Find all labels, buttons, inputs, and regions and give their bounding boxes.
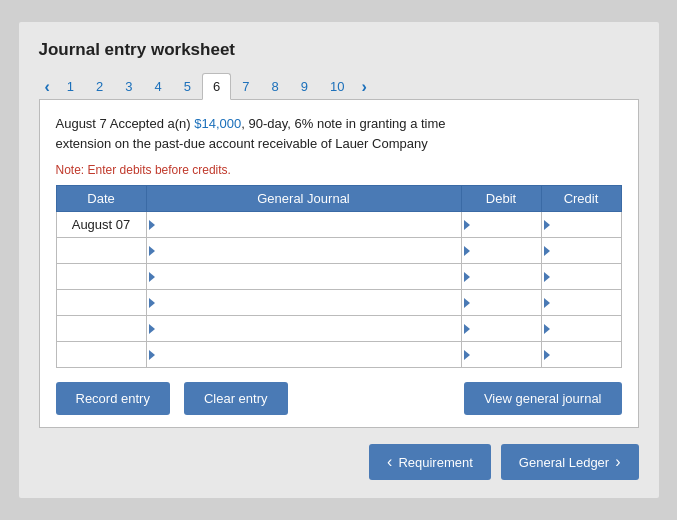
journal-table: Date General Journal Debit Credit August… (56, 185, 622, 368)
journal-input-4[interactable] (147, 290, 461, 315)
date-cell-4 (56, 290, 146, 316)
date-cell-1: August 07 (56, 212, 146, 238)
debit-input-2[interactable] (462, 238, 541, 263)
description-text: August 7 Accepted a(n) $14,000, 90-day, … (56, 114, 622, 153)
tab-3[interactable]: 3 (114, 73, 143, 100)
page-title: Journal entry worksheet (39, 40, 639, 60)
requirement-label: Requirement (398, 455, 472, 470)
general-ledger-label: General Ledger (519, 455, 609, 470)
journal-input-3[interactable] (147, 264, 461, 289)
journal-input-5[interactable] (147, 316, 461, 341)
journal-input-1[interactable] (147, 212, 461, 237)
date-cell-3 (56, 264, 146, 290)
credit-input-6[interactable] (542, 342, 621, 367)
header-credit: Credit (541, 186, 621, 212)
tab-5[interactable]: 5 (173, 73, 202, 100)
debit-input-6[interactable] (462, 342, 541, 367)
debit-cell-4[interactable] (461, 290, 541, 316)
action-buttons: Record entry Clear entry View general jo… (56, 382, 622, 415)
tab-8[interactable]: 8 (260, 73, 289, 100)
tab-6[interactable]: 6 (202, 73, 231, 100)
tab-7[interactable]: 7 (231, 73, 260, 100)
clear-entry-button[interactable]: Clear entry (184, 382, 288, 415)
credit-input-2[interactable] (542, 238, 621, 263)
note-text: Note: Enter debits before credits. (56, 163, 622, 177)
credit-input-4[interactable] (542, 290, 621, 315)
journal-cell-6[interactable] (146, 342, 461, 368)
debit-input-3[interactable] (462, 264, 541, 289)
requirement-arrow-left (387, 453, 392, 471)
journal-cell-2[interactable] (146, 238, 461, 264)
worksheet-box: August 7 Accepted a(n) $14,000, 90-day, … (39, 99, 639, 428)
tab-2[interactable]: 2 (85, 73, 114, 100)
table-row (56, 342, 621, 368)
prev-tab-button[interactable]: ‹ (39, 75, 56, 99)
table-header-row: Date General Journal Debit Credit (56, 186, 621, 212)
journal-input-2[interactable] (147, 238, 461, 263)
table-row (56, 316, 621, 342)
dollar-amount: $14,000 (194, 116, 241, 131)
debit-input-5[interactable] (462, 316, 541, 341)
view-general-journal-button[interactable]: View general journal (464, 382, 622, 415)
tab-9[interactable]: 9 (290, 73, 319, 100)
debit-input-1[interactable] (462, 212, 541, 237)
main-container: Journal entry worksheet ‹ 1 2 3 4 5 6 7 … (19, 22, 659, 498)
next-tab-button[interactable]: › (355, 75, 372, 99)
header-debit: Debit (461, 186, 541, 212)
credit-cell-1[interactable] (541, 212, 621, 238)
table-row (56, 264, 621, 290)
requirement-button[interactable]: Requirement (369, 444, 491, 480)
debit-cell-5[interactable] (461, 316, 541, 342)
credit-cell-2[interactable] (541, 238, 621, 264)
date-cell-5 (56, 316, 146, 342)
journal-cell-1[interactable] (146, 212, 461, 238)
general-ledger-button[interactable]: General Ledger (501, 444, 639, 480)
journal-input-6[interactable] (147, 342, 461, 367)
debit-input-4[interactable] (462, 290, 541, 315)
debit-cell-6[interactable] (461, 342, 541, 368)
tab-4[interactable]: 4 (144, 73, 173, 100)
header-date: Date (56, 186, 146, 212)
journal-cell-4[interactable] (146, 290, 461, 316)
credit-cell-4[interactable] (541, 290, 621, 316)
date-cell-6 (56, 342, 146, 368)
bottom-navigation: Requirement General Ledger (39, 444, 639, 480)
credit-cell-6[interactable] (541, 342, 621, 368)
header-journal: General Journal (146, 186, 461, 212)
general-ledger-arrow-right (615, 453, 620, 471)
table-row (56, 290, 621, 316)
debit-cell-2[interactable] (461, 238, 541, 264)
journal-cell-5[interactable] (146, 316, 461, 342)
journal-cell-3[interactable] (146, 264, 461, 290)
credit-input-1[interactable] (542, 212, 621, 237)
date-cell-2 (56, 238, 146, 264)
tab-10[interactable]: 10 (319, 73, 355, 100)
table-row: August 07 (56, 212, 621, 238)
table-row (56, 238, 621, 264)
credit-cell-3[interactable] (541, 264, 621, 290)
debit-cell-1[interactable] (461, 212, 541, 238)
tab-navigation: ‹ 1 2 3 4 5 6 7 8 9 10 › (39, 72, 639, 99)
debit-cell-3[interactable] (461, 264, 541, 290)
record-entry-button[interactable]: Record entry (56, 382, 170, 415)
credit-input-5[interactable] (542, 316, 621, 341)
credit-input-3[interactable] (542, 264, 621, 289)
tab-1[interactable]: 1 (56, 73, 85, 100)
credit-cell-5[interactable] (541, 316, 621, 342)
